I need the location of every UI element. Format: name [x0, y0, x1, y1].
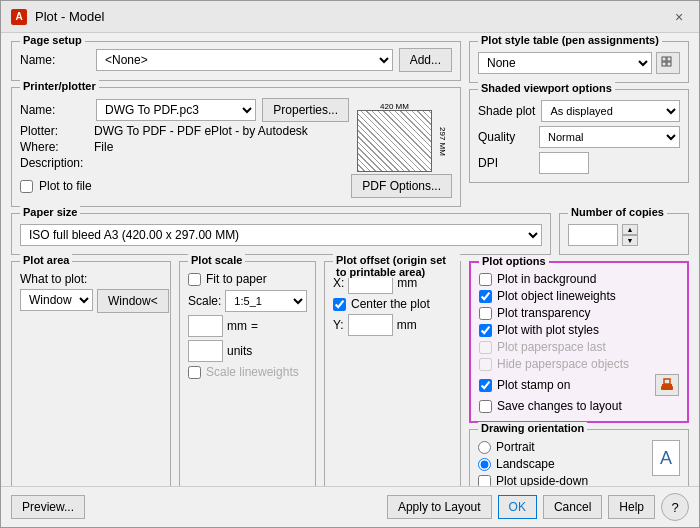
plot-with-styles-checkbox[interactable] — [479, 324, 492, 337]
plot-paperspace-last-label[interactable]: Plot paperspace last — [497, 340, 606, 354]
plot-area-group: Plot area What to plot: Window Window< — [11, 261, 171, 486]
scale-lineweights-label[interactable]: Scale lineweights — [206, 365, 299, 379]
y-row: Y: 0.50 mm — [333, 314, 452, 336]
where-row: Where: File — [20, 140, 349, 154]
help-icon[interactable]: ? — [661, 493, 689, 521]
dialog-title: Plot - Model — [35, 9, 104, 24]
landscape-radio[interactable] — [478, 458, 491, 471]
plot-object-lineweights-row: Plot object lineweights — [479, 289, 679, 303]
preview-button[interactable]: Preview... — [11, 495, 85, 519]
title-bar: A Plot - Model × — [1, 1, 699, 33]
pdf-options-button[interactable]: PDF Options... — [351, 174, 452, 198]
x-mm-label: mm — [397, 276, 417, 290]
cancel-button[interactable]: Cancel — [543, 495, 602, 519]
hide-paperspace-checkbox[interactable] — [479, 358, 492, 371]
stamp-icon — [660, 378, 674, 392]
plot-scale-group: Plot scale Fit to paper Scale: 1:5_1 1 m… — [179, 261, 316, 486]
app-icon: A — [11, 9, 27, 25]
description-row: Description: — [20, 156, 349, 170]
copies-spinner: ▲ ▼ — [622, 224, 638, 246]
center-plot-row: Center the plot — [333, 297, 452, 311]
center-plot-checkbox[interactable] — [333, 298, 346, 311]
top-section: Page setup Name: <None> Add... Printer/p… — [11, 41, 689, 207]
printer-name-select[interactable]: DWG To PDF.pc3 — [96, 99, 256, 121]
landscape-label[interactable]: Landscape — [496, 457, 555, 471]
plot-offset-label: Plot offset (origin set to printable are… — [333, 254, 460, 278]
plot-in-background-checkbox[interactable] — [479, 273, 492, 286]
properties-button[interactable]: Properties... — [262, 98, 349, 122]
plot-transparency-row: Plot transparency — [479, 306, 679, 320]
dialog-body: Page setup Name: <None> Add... Printer/p… — [1, 33, 699, 486]
portrait-label[interactable]: Portrait — [496, 440, 535, 454]
copies-input[interactable]: 1 — [568, 224, 618, 246]
copies-down-button[interactable]: ▼ — [622, 235, 638, 246]
printer-name-label: Name: — [20, 103, 90, 117]
name-label: Name: — [20, 53, 90, 67]
hide-paperspace-row: Hide paperspace objects — [479, 357, 679, 371]
plot-style-row: None — [478, 52, 680, 74]
plot-stamp-label[interactable]: Plot stamp on — [497, 378, 570, 392]
bottom-section: Plot area What to plot: Window Window< P… — [11, 261, 689, 486]
svg-rect-1 — [667, 57, 671, 61]
plot-in-background-label[interactable]: Plot in background — [497, 272, 596, 286]
dpi-input[interactable]: 100 — [539, 152, 589, 174]
plot-style-table-label: Plot style table (pen assignments) — [478, 34, 662, 46]
plot-stamp-checkbox[interactable] — [479, 379, 492, 392]
y-input[interactable]: 0.50 — [348, 314, 393, 336]
stamp-settings-button[interactable] — [655, 374, 679, 396]
mm-label: mm — [227, 319, 247, 333]
svg-rect-5 — [664, 379, 670, 384]
plot-style-icon-button[interactable] — [656, 52, 680, 74]
ok-button[interactable]: OK — [498, 495, 537, 519]
dialog-footer: Preview... Apply to Layout OK Cancel Hel… — [1, 486, 699, 527]
plot-upside-down-label[interactable]: Plot upside-down — [496, 474, 588, 486]
page-setup-name-select[interactable]: <None> — [96, 49, 393, 71]
printer-plotter-group: Printer/plotter 420 MM 297 MM — [11, 87, 461, 207]
plot-object-lineweights-checkbox[interactable] — [479, 290, 492, 303]
save-changes-checkbox[interactable] — [479, 400, 492, 413]
scale-lineweights-checkbox[interactable] — [188, 366, 201, 379]
scale-select[interactable]: 1:5_1 — [225, 290, 307, 312]
shade-plot-select[interactable]: As displayed — [541, 100, 680, 122]
copies-up-button[interactable]: ▲ — [622, 224, 638, 235]
plot-upside-down-checkbox[interactable] — [478, 475, 491, 487]
window-button[interactable]: Window< — [97, 289, 169, 313]
plot-object-lineweights-label[interactable]: Plot object lineweights — [497, 289, 616, 303]
apply-button[interactable]: Apply to Layout — [387, 495, 492, 519]
add-button[interactable]: Add... — [399, 48, 452, 72]
hide-paperspace-label[interactable]: Hide paperspace objects — [497, 357, 629, 371]
plot-to-file-checkbox[interactable] — [20, 180, 33, 193]
shade-plot-row: Shade plot As displayed — [478, 100, 680, 122]
center-plot-label[interactable]: Center the plot — [351, 297, 430, 311]
middle-section: Paper size ISO full bleed A3 (420.00 x 2… — [11, 213, 689, 255]
plot-style-select[interactable]: None — [478, 52, 652, 74]
fit-to-paper-row: Fit to paper — [188, 272, 307, 286]
dim-height-label: 297 MM — [432, 110, 452, 172]
plot-transparency-checkbox[interactable] — [479, 307, 492, 320]
close-button[interactable]: × — [669, 7, 689, 27]
shaded-viewport-group: Shaded viewport options Shade plot As di… — [469, 89, 689, 183]
quality-select[interactable]: Normal — [539, 126, 680, 148]
what-to-plot-select[interactable]: Window — [20, 289, 93, 311]
plot-area-label: Plot area — [20, 254, 72, 266]
save-changes-label[interactable]: Save changes to layout — [497, 399, 622, 413]
portrait-radio[interactable] — [478, 441, 491, 454]
units-label: units — [227, 344, 252, 358]
portrait-row: Portrait — [478, 440, 588, 454]
plot-to-file-label[interactable]: Plot to file — [39, 179, 92, 193]
scale-value1-input[interactable]: 1 — [188, 315, 223, 337]
plot-paperspace-last-checkbox[interactable] — [479, 341, 492, 354]
paper-size-select[interactable]: ISO full bleed A3 (420.00 x 297.00 MM) — [20, 224, 542, 246]
plot-with-styles-label[interactable]: Plot with plot styles — [497, 323, 599, 337]
help-button[interactable]: Help — [608, 495, 655, 519]
plot-in-background-row: Plot in background — [479, 272, 679, 286]
orientation-icon: A — [652, 440, 680, 476]
plot-scale-label: Plot scale — [188, 254, 245, 266]
x-label: X: — [333, 276, 344, 290]
plot-paperspace-last-row: Plot paperspace last — [479, 340, 679, 354]
plot-transparency-label[interactable]: Plot transparency — [497, 306, 590, 320]
scale-value2-input[interactable]: 5 — [188, 340, 223, 362]
fit-to-paper-label[interactable]: Fit to paper — [206, 272, 267, 286]
paper-size-label: Paper size — [20, 206, 80, 218]
fit-to-paper-checkbox[interactable] — [188, 273, 201, 286]
